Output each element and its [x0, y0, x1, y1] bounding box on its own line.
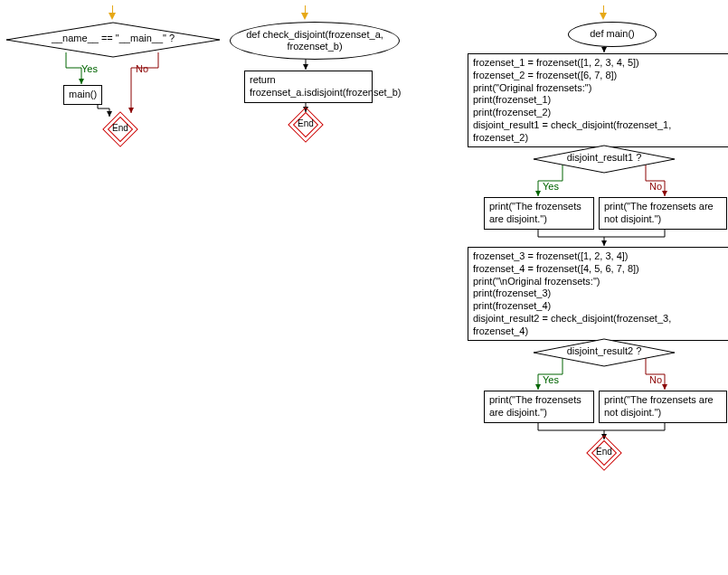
decision-text: __name__ == "__main__" ? [52, 33, 175, 43]
d2-yes-box: print("The frozensetsare disjoint.") [484, 391, 594, 423]
end-node-2: End [292, 111, 319, 138]
d1-yes-box: print("The frozensetsare disjoint.") [484, 197, 594, 230]
decision-result1-text: disjoint_result1 ? [567, 152, 642, 163]
entry-stem-1 [112, 5, 113, 13]
code-line: not disjoint.") [604, 213, 722, 226]
code-line: disjoint_result2 = check_disjoint(frozen… [473, 313, 726, 338]
yes-label-3b: Yes [543, 374, 559, 385]
yes-label-1: Yes [81, 63, 98, 74]
code-line: frozenset_2 = frozenset([6, 7, 8]) [473, 70, 726, 82]
code-line: print("The frozensets [489, 201, 589, 213]
code-line: print(frozenset_2) [473, 107, 726, 119]
main-block2: frozenset_3 = frozenset([1, 2, 3, 4])fro… [468, 247, 728, 341]
end-node-3: End [591, 439, 618, 467]
entry-stem-3 [603, 5, 604, 13]
code-line: are disjoint.") [489, 213, 589, 226]
end-node-1: End [107, 116, 134, 143]
check-disjoint-def-text: def check_disjoint(frozenset_a, frozense… [238, 29, 392, 52]
no-label-3a: No [649, 181, 662, 192]
decision-result1-wrap: disjoint_result1 ? [532, 152, 676, 163]
d1-no-box: print("The frozensets arenot disjoint.") [599, 197, 727, 230]
code-line: print("The frozensets are [604, 201, 722, 213]
decision-result2-wrap: disjoint_result2 ? [532, 345, 676, 356]
main-def: def main() [568, 22, 657, 47]
check-disjoint-def: def check_disjoint(frozenset_a, frozense… [230, 22, 400, 60]
main-call-text: main() [69, 89, 97, 99]
end-text-1: End [107, 123, 134, 133]
code-line: are disjoint.") [489, 407, 589, 419]
code-line: frozenset_3 = frozenset([1, 2, 3, 4]) [473, 250, 726, 263]
code-line: print("Original frozensets:") [473, 82, 726, 95]
code-line: print("The frozensets are [604, 394, 722, 407]
main-block1: frozenset_1 = frozenset([1, 2, 3, 4, 5])… [468, 53, 728, 147]
code-line: print(frozenset_3) [473, 288, 726, 300]
entry-arrow-1 [109, 13, 116, 20]
yes-label-3a: Yes [543, 181, 559, 192]
code-line: print(frozenset_1) [473, 94, 726, 107]
decision-result2-text: disjoint_result2 ? [567, 345, 642, 356]
code-line: print(frozenset_4) [473, 300, 726, 313]
code-line: not disjoint.") [604, 407, 722, 419]
check-disjoint-body-text: return frozenset_a.isdisjoint(frozenset_… [250, 74, 402, 98]
entry-arrow-3 [600, 13, 607, 20]
d2-no-box: print("The frozensets arenot disjoint.") [599, 391, 727, 423]
code-line: disjoint_result1 = check_disjoint(frozen… [473, 119, 726, 145]
code-line: print("\nOriginal frozensets:") [473, 276, 726, 288]
no-label-3b: No [649, 374, 662, 385]
main-def-text: def main() [590, 28, 635, 40]
code-line: frozenset_1 = frozenset([1, 2, 3, 4, 5]) [473, 57, 726, 70]
code-line: print("The frozensets [489, 394, 589, 407]
check-disjoint-body: return frozenset_a.isdisjoint(frozenset_… [244, 71, 373, 103]
end-text-3: End [591, 447, 618, 457]
code-line: frozenset_4 = frozenset([4, 5, 6, 7, 8]) [473, 263, 726, 276]
entry-arrow-2 [301, 13, 308, 20]
no-label-1: No [136, 63, 148, 74]
decision-name-main-text: __name__ == "__main__" ? [5, 33, 222, 43]
entry-stem-2 [305, 5, 306, 13]
main-call-box: main() [63, 85, 102, 105]
end-text-2: End [292, 118, 319, 128]
